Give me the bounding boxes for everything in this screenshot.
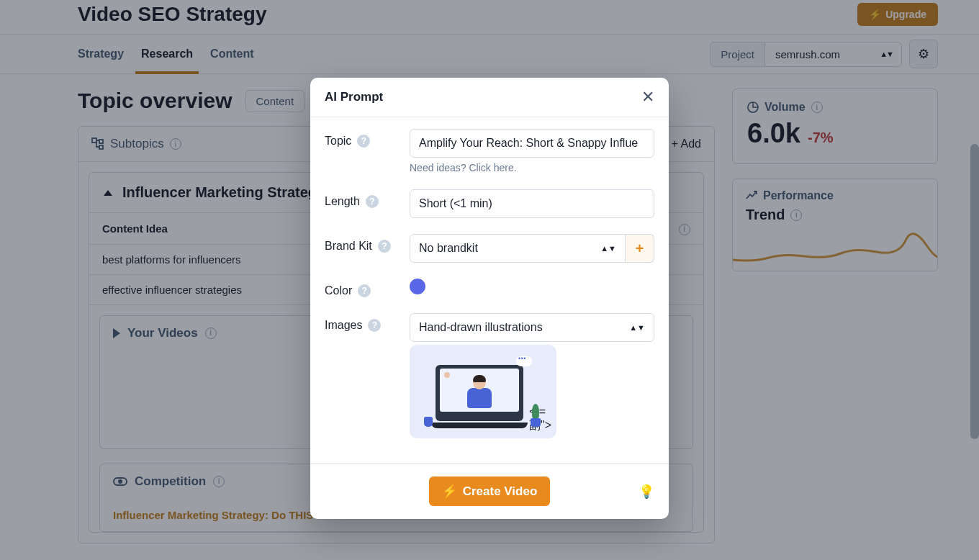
- brandkit-select[interactable]: No brandkit ▲▼: [410, 234, 626, 263]
- chevron-updown-icon: ▲▼: [629, 323, 645, 332]
- topic-label: Topic: [325, 135, 351, 148]
- images-select[interactable]: Hand-drawn illustrations ▲▼: [410, 313, 654, 342]
- color-label: Color: [325, 284, 352, 297]
- help-icon[interactable]: ?: [378, 240, 391, 253]
- brandkit-label: Brand Kit: [325, 240, 372, 253]
- images-label: Images: [325, 319, 362, 332]
- length-input[interactable]: [410, 189, 654, 218]
- chevron-updown-icon: ▲▼: [600, 244, 616, 253]
- help-icon[interactable]: ?: [358, 284, 371, 297]
- modal-create-label: Create Video: [463, 484, 538, 499]
- help-icon[interactable]: ?: [357, 135, 370, 148]
- close-button[interactable]: ✕: [641, 89, 654, 105]
- add-brandkit-button[interactable]: +: [626, 234, 654, 263]
- lightbulb-icon[interactable]: 💡: [639, 484, 654, 500]
- modal-overlay: AI Prompt ✕ Topic ? Need ideas? Click he…: [0, 0, 979, 560]
- topic-input[interactable]: [410, 129, 654, 158]
- bolt-icon: ⚡: [442, 484, 457, 499]
- help-icon[interactable]: ?: [368, 319, 381, 332]
- topic-hint-link[interactable]: Need ideas? Click here.: [410, 162, 654, 173]
- help-icon[interactable]: ?: [366, 195, 379, 208]
- illustration-preview: <:=副">: [410, 345, 556, 438]
- length-label: Length: [325, 195, 360, 208]
- color-swatch[interactable]: [410, 279, 425, 294]
- modal-create-video-button[interactable]: ⚡ Create Video: [429, 477, 551, 506]
- images-value: Hand-drawn illustrations: [419, 321, 543, 333]
- brandkit-value: No brandkit: [419, 242, 478, 254]
- ai-prompt-modal: AI Prompt ✕ Topic ? Need ideas? Click he…: [310, 78, 669, 519]
- modal-title: AI Prompt: [325, 90, 383, 104]
